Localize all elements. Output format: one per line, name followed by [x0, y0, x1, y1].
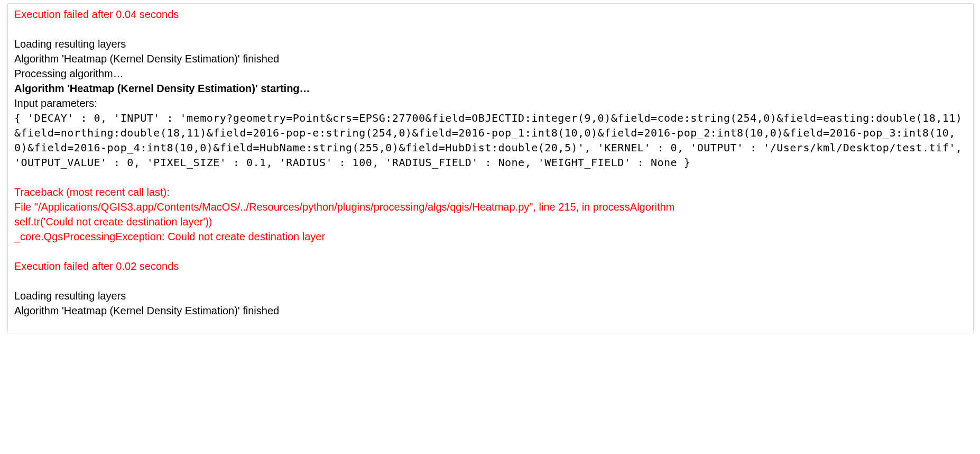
log-loading-layers: Loading resulting layers	[14, 37, 967, 51]
log-traceback-header: Traceback (most recent call last):	[14, 185, 967, 199]
log-traceback-line: self.tr('Could not create destination la…	[14, 214, 967, 229]
log-processing-algorithm: Processing algorithm…	[14, 66, 967, 81]
log-loading-layers: Loading resulting layers	[14, 288, 967, 303]
log-execution-failed: Execution failed after 0.02 seconds	[14, 259, 967, 274]
window-content: Execution failed after 0.04 seconds Load…	[0, 0, 980, 337]
log-algorithm-starting: Algorithm 'Heatmap (Kernel Density Estim…	[14, 81, 967, 96]
log-traceback-exception: _core.QgsProcessingException: Could not …	[14, 229, 967, 244]
log-execution-failed: Execution failed after 0.04 seconds	[14, 7, 967, 22]
log-input-parameters: { 'DECAY' : 0, 'INPUT' : 'memory?geometr…	[14, 111, 967, 170]
log-blank-line	[14, 244, 967, 259]
log-blank-line	[14, 170, 967, 185]
log-blank-line	[14, 274, 967, 288]
log-blank-line	[14, 22, 967, 37]
log-algorithm-finished: Algorithm 'Heatmap (Kernel Density Estim…	[14, 303, 967, 318]
log-algorithm-finished: Algorithm 'Heatmap (Kernel Density Estim…	[14, 51, 967, 66]
log-traceback-file: File "/Applications/QGIS3.app/Contents/M…	[14, 199, 967, 214]
log-panel[interactable]: Execution failed after 0.04 seconds Load…	[7, 3, 974, 333]
log-input-parameters-label: Input parameters:	[14, 96, 967, 111]
